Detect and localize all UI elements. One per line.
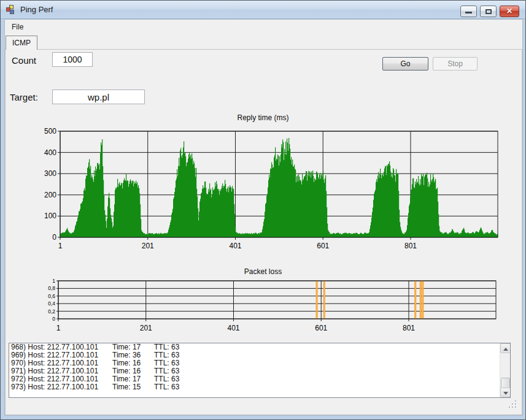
log-cell: Time: 15 bbox=[112, 383, 154, 391]
log-cell: 973) Host: 212.77.100.101 bbox=[11, 383, 112, 391]
target-label: Target: bbox=[10, 92, 38, 102]
svg-text:0,6: 0,6 bbox=[48, 293, 55, 299]
svg-text:500: 500 bbox=[44, 127, 56, 136]
log-rows: 968) Host: 212.77.100.101Time: 17TTL: 63… bbox=[9, 343, 510, 391]
svg-text:801: 801 bbox=[404, 242, 417, 250]
loss-chart-title: Packet loss bbox=[1, 267, 525, 276]
svg-text:300: 300 bbox=[44, 169, 56, 178]
log-row[interactable]: 973) Host: 212.77.100.101Time: 15TTL: 63 bbox=[9, 383, 510, 391]
app-icon bbox=[6, 5, 16, 15]
count-label: Count bbox=[12, 55, 36, 66]
stop-button[interactable]: Stop bbox=[433, 57, 478, 71]
scroll-up-button[interactable] bbox=[500, 343, 511, 353]
menu-item-file[interactable]: File bbox=[5, 20, 30, 34]
app-window: Ping Perf ✕ File ICMP Count Go Stop Targ… bbox=[0, 0, 526, 420]
svg-text:0,2: 0,2 bbox=[48, 308, 55, 315]
svg-text:0: 0 bbox=[52, 316, 55, 322]
svg-text:200: 200 bbox=[44, 191, 56, 199]
svg-text:0,8: 0,8 bbox=[48, 285, 55, 291]
svg-text:201: 201 bbox=[140, 324, 152, 332]
minimize-icon bbox=[465, 12, 472, 13]
svg-text:0,4: 0,4 bbox=[48, 300, 55, 307]
reply-time-chart: 01002003004005001201401601801 bbox=[37, 126, 501, 258]
scroll-up-icon bbox=[503, 348, 508, 351]
tab-icmp[interactable]: ICMP bbox=[6, 36, 37, 50]
log-scrollbar[interactable] bbox=[500, 343, 510, 397]
svg-text:1: 1 bbox=[58, 242, 63, 250]
svg-text:400: 400 bbox=[44, 148, 56, 157]
scroll-down-icon bbox=[503, 392, 508, 395]
titlebar[interactable]: Ping Perf ✕ bbox=[1, 1, 525, 19]
target-input[interactable] bbox=[52, 90, 145, 104]
maximize-button[interactable] bbox=[480, 6, 497, 17]
svg-text:1: 1 bbox=[56, 324, 61, 332]
svg-text:0: 0 bbox=[52, 233, 56, 242]
close-icon: ✕ bbox=[500, 7, 519, 15]
scroll-down-button[interactable] bbox=[500, 388, 511, 397]
maximize-icon bbox=[485, 9, 492, 14]
log-cell: TTL: 63 bbox=[154, 383, 179, 391]
reply-chart-title: Reply time (ms) bbox=[1, 113, 525, 122]
count-input[interactable] bbox=[52, 52, 93, 67]
svg-text:401: 401 bbox=[227, 324, 239, 332]
svg-text:601: 601 bbox=[315, 324, 327, 332]
svg-text:401: 401 bbox=[229, 242, 241, 250]
resize-grip[interactable] bbox=[509, 400, 517, 409]
ping-log-list[interactable]: 968) Host: 212.77.100.101Time: 17TTL: 63… bbox=[9, 343, 511, 398]
go-button[interactable]: Go bbox=[382, 57, 428, 71]
svg-text:801: 801 bbox=[403, 324, 415, 332]
svg-text:601: 601 bbox=[317, 242, 329, 250]
packet-loss-chart: 10,80,60,40,201201401601801 bbox=[37, 277, 501, 335]
minimize-button[interactable] bbox=[460, 6, 477, 17]
menu-bar: File bbox=[5, 20, 522, 35]
svg-text:201: 201 bbox=[142, 242, 154, 250]
window-title: Ping Perf bbox=[20, 5, 53, 14]
svg-text:100: 100 bbox=[44, 212, 56, 220]
close-button[interactable]: ✕ bbox=[500, 6, 519, 17]
svg-text:1: 1 bbox=[52, 278, 55, 284]
